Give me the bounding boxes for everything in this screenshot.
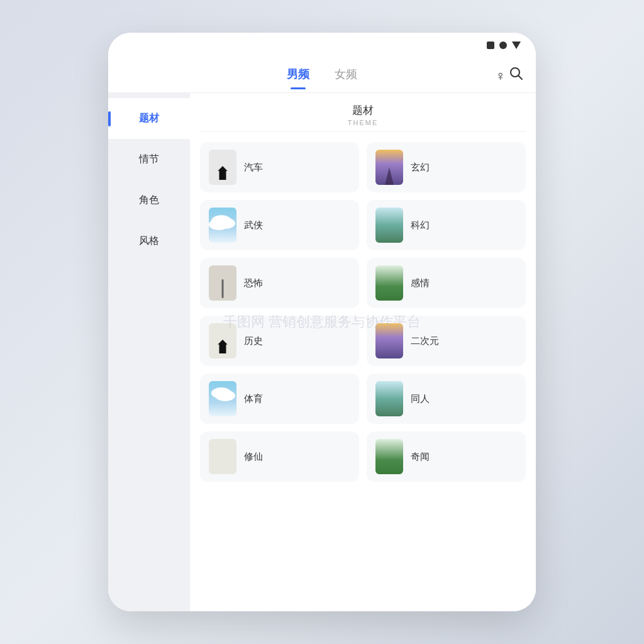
card-wuxia[interactable]: 武侠 <box>200 200 359 250</box>
status-bar <box>108 33 536 58</box>
sidebar-item-plot[interactable]: 情节 <box>108 139 190 180</box>
label-xuanhuan: 玄幻 <box>411 162 430 174</box>
section-title-cn: 题材 <box>203 103 523 118</box>
card-car[interactable]: 汽车 <box>200 142 359 192</box>
label-car: 汽车 <box>244 162 263 174</box>
thumb-car <box>209 150 236 185</box>
label-tongren: 同人 <box>411 393 430 405</box>
thumb-romance <box>375 265 403 301</box>
thumb-erciyuan <box>375 323 403 358</box>
label-horror: 恐怖 <box>244 277 263 289</box>
thumb-qiwen <box>375 439 403 474</box>
tab-male[interactable]: 男频 <box>287 67 309 84</box>
svg-line-1 <box>519 75 523 79</box>
label-sports: 体育 <box>244 393 263 405</box>
right-content: 题材 THEME 汽车 玄幻 武侠 <box>190 93 536 611</box>
thumb-scifi <box>375 208 403 243</box>
search-icon <box>509 67 523 80</box>
card-horror[interactable]: 恐怖 <box>200 258 359 308</box>
card-romance[interactable]: 感情 <box>367 258 526 308</box>
sidebar-item-theme[interactable]: 题材 <box>108 98 190 139</box>
signal-icon <box>499 42 507 49</box>
thumb-xiuxian <box>209 439 236 474</box>
battery-icon <box>487 42 494 49</box>
section-title-en: THEME <box>203 119 523 126</box>
label-xiuxian: 修仙 <box>244 451 263 463</box>
sidebar-item-role[interactable]: 角色 <box>108 180 190 221</box>
thumb-wuxia <box>209 208 236 243</box>
phone-frame: 男频 女频 ♀ 题材 情节 角色 风格 题材 THEME <box>108 33 536 611</box>
tab-female[interactable]: 女频 <box>335 67 357 84</box>
thumb-sports <box>209 381 236 416</box>
content-area: 题材 情节 角色 风格 题材 THEME 汽车 玄幻 <box>108 93 536 611</box>
thumb-history <box>209 323 236 358</box>
sidebar-item-style[interactable]: 风格 <box>108 221 190 262</box>
card-qiwen[interactable]: 奇闻 <box>367 431 526 482</box>
divider <box>200 131 526 132</box>
label-qiwen: 奇闻 <box>411 451 430 463</box>
card-xuanhuan[interactable]: 玄幻 <box>367 142 526 192</box>
label-erciyuan: 二次元 <box>411 335 439 347</box>
card-scifi[interactable]: 科幻 <box>367 200 526 250</box>
label-romance: 感情 <box>411 277 430 289</box>
wifi-icon <box>512 42 521 49</box>
label-history: 历史 <box>244 335 263 347</box>
thumb-horror <box>209 265 236 301</box>
category-grid: 汽车 玄幻 武侠 科幻 <box>190 137 536 492</box>
left-sidebar: 题材 情节 角色 风格 <box>108 93 190 611</box>
top-nav: 男频 女频 ♀ <box>108 58 536 93</box>
card-sports[interactable]: 体育 <box>200 374 359 424</box>
label-wuxia: 武侠 <box>244 219 263 231</box>
card-erciyuan[interactable]: 二次元 <box>367 316 526 366</box>
thumb-tongren <box>375 381 403 416</box>
card-history[interactable]: 历史 <box>200 316 359 366</box>
card-xiuxian[interactable]: 修仙 <box>200 431 359 482</box>
search-button[interactable]: ♀ <box>495 67 523 84</box>
section-header: 题材 THEME <box>190 93 536 131</box>
card-tongren[interactable]: 同人 <box>367 374 526 424</box>
nav-tabs: 男频 女频 <box>287 67 357 84</box>
thumb-xuanhuan <box>375 150 403 185</box>
label-scifi: 科幻 <box>411 219 430 231</box>
